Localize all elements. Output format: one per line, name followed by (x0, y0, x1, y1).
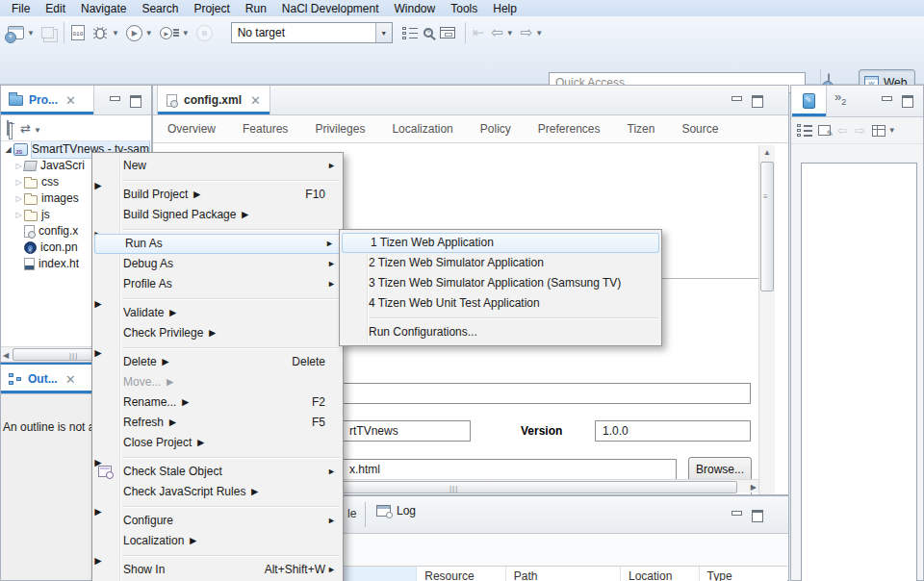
maximize-button[interactable] (899, 94, 915, 107)
context-menu-item[interactable]: Run As ► (94, 234, 341, 254)
scroll-right-arrow-icon[interactable]: ▶ (751, 483, 757, 492)
new-wizard-button[interactable]: ▼ (8, 20, 35, 45)
chevron-down-icon[interactable]: ▼ (535, 29, 543, 38)
context-menu-item[interactable]: Close Project ► (92, 433, 343, 453)
view-list-button[interactable] (797, 118, 811, 143)
context-menu-item[interactable]: ► (92, 453, 343, 462)
editor-form-tab[interactable]: Overview (167, 122, 216, 136)
close-icon[interactable]: ✕ (65, 93, 76, 108)
tab-project-explorer[interactable]: Pro... ✕ (1, 86, 94, 114)
nav-back-button[interactable]: ⇦ (837, 118, 848, 143)
run-button[interactable]: ▶▼ (126, 20, 153, 45)
context-menu-item[interactable]: Refresh F5 ► (92, 413, 343, 433)
stop-button[interactable] (196, 20, 213, 45)
collapse-all-button[interactable] (7, 121, 9, 135)
context-menu-item[interactable]: Move... ► (92, 372, 343, 392)
chevron-down-icon[interactable]: ▼ (888, 126, 896, 135)
chevron-down-icon[interactable]: ▼ (34, 126, 41, 135)
submenu-item[interactable]: Run Configurations... (340, 322, 661, 342)
editor-form-tab[interactable]: Preferences (538, 122, 601, 136)
table-column-header[interactable]: Type (700, 567, 787, 581)
expand-arrow-icon[interactable] (13, 174, 24, 190)
chevron-down-icon[interactable]: ▼ (506, 29, 514, 38)
maximize-button[interactable] (749, 94, 765, 107)
edit-view-button[interactable] (818, 118, 831, 143)
outline-list-button[interactable] (402, 20, 417, 45)
context-menu-item[interactable]: ► (92, 225, 343, 234)
maximize-button[interactable] (749, 509, 765, 521)
layout-select-button[interactable]: ▼ (872, 118, 896, 143)
chevron-down-icon[interactable]: ▼ (27, 29, 35, 38)
context-menu-item[interactable]: Configure ► (92, 511, 343, 531)
binary-file-button[interactable]: 010 (71, 20, 85, 45)
editor-form-tab[interactable]: Features (243, 122, 288, 136)
version-field[interactable]: 1.0.0 (595, 420, 751, 442)
scroll-up-arrow-icon[interactable]: ▲ (763, 148, 771, 157)
minimize-button[interactable] (729, 509, 745, 521)
editor-form-tab[interactable]: Source (681, 122, 718, 136)
maximize-button[interactable] (127, 94, 143, 107)
submenu-item[interactable]: 4 Tizen Web Unit Test Application (340, 293, 661, 314)
tab-outline[interactable]: Out... ✕ (1, 365, 94, 393)
last-edit-location-button[interactable]: ⇤ (473, 20, 485, 45)
menubar-item[interactable]: Edit (38, 2, 73, 15)
context-menu-item[interactable]: Build Project F10 ► (92, 185, 343, 205)
context-menu-item[interactable]: Check JavaScript Rules ► (92, 482, 343, 502)
tab-palette[interactable] (792, 86, 827, 116)
scrollbar-thumb[interactable]: ≡ (760, 162, 774, 291)
context-menu-item[interactable]: ► (92, 551, 343, 560)
context-menu-item[interactable]: Check Stale Object ► (92, 462, 343, 482)
close-icon[interactable]: ✕ (250, 93, 261, 108)
editor-form-tab[interactable]: Tizen (628, 122, 655, 136)
context-menu-item[interactable]: Rename... F2 ► (92, 392, 343, 413)
menubar-item[interactable]: Navigate (73, 2, 134, 15)
expand-arrow-icon[interactable] (3, 141, 13, 158)
submenu-item[interactable]: 3 Tizen Web Simulator Application (Samsu… (340, 273, 661, 293)
minimize-button[interactable] (107, 94, 123, 107)
back-button[interactable]: ⇦▼ (491, 20, 514, 45)
save-all-button[interactable] (41, 20, 54, 45)
context-menu-item[interactable]: Check Privilege ► (92, 323, 343, 343)
context-menu-item[interactable]: ► (92, 294, 343, 303)
editor-form-tab[interactable]: Policy (480, 122, 511, 136)
expand-arrow-icon[interactable] (13, 207, 24, 223)
context-menu-item[interactable]: Build Signed Package ► (92, 205, 343, 225)
forward-button[interactable]: ⇨▼ (521, 20, 544, 45)
table-column-header[interactable]: Location (621, 567, 700, 581)
menubar-item[interactable]: Run (238, 2, 274, 15)
context-menu-item[interactable]: Show In Alt+Shift+W ► (92, 560, 343, 580)
tab-config-xml[interactable]: config.xml ✕ (157, 86, 270, 114)
close-icon[interactable]: ✕ (65, 372, 76, 387)
context-menu-item[interactable]: ► (92, 343, 343, 352)
submenu-item[interactable] (340, 314, 661, 322)
context-menu-item[interactable]: Validate ► (92, 303, 343, 323)
archive-button[interactable] (440, 20, 455, 45)
submenu-item[interactable]: 2 Tizen Web Simulator Application (340, 253, 661, 273)
minimize-button[interactable] (879, 94, 895, 107)
menubar-item[interactable]: NaCl Development (274, 2, 387, 15)
more-tabs-chevron[interactable]: »2 (834, 89, 846, 104)
menubar-item[interactable]: File (4, 2, 38, 15)
combo-dropdown-button[interactable]: ▼ (375, 23, 392, 42)
context-menu-item[interactable]: Localization ► (92, 531, 343, 551)
target-combo[interactable]: No target ▼ (231, 22, 393, 43)
editor-form-tab[interactable]: Privileges (315, 122, 365, 136)
expand-arrow-icon[interactable] (13, 190, 24, 207)
chevron-down-icon[interactable]: ▼ (112, 29, 119, 38)
tab-log[interactable]: Log (376, 504, 416, 518)
table-column-header[interactable]: Resource (417, 567, 505, 581)
context-menu-item[interactable]: Profile As ► (92, 274, 343, 294)
menubar-item[interactable]: Project (186, 2, 237, 15)
chevron-down-icon[interactable]: ▼ (145, 29, 153, 38)
analyze-button[interactable] (424, 20, 433, 45)
context-menu-item[interactable]: Delete Delete ► (92, 352, 343, 372)
table-column-header[interactable]: Path (506, 567, 621, 581)
menubar-item[interactable]: Window (387, 2, 444, 15)
menubar-item[interactable]: Tools (443, 2, 485, 15)
menubar-item[interactable]: Help (485, 2, 525, 15)
minimize-button[interactable] (729, 94, 745, 107)
debug-button[interactable]: ▼ (91, 20, 119, 45)
context-menu-item[interactable]: ► (92, 176, 343, 185)
menubar-item[interactable]: Search (134, 2, 186, 15)
context-menu-item[interactable]: ► (92, 502, 343, 511)
